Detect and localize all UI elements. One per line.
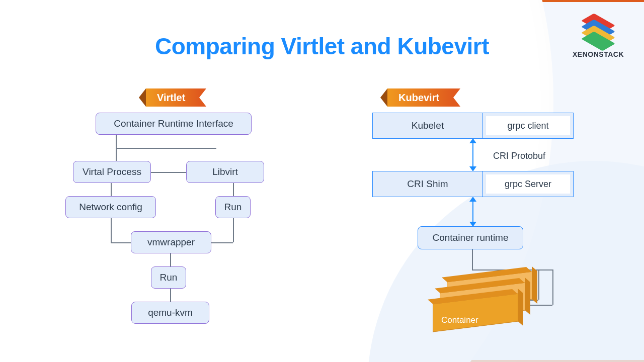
connector	[111, 242, 131, 243]
box-vmwrapper: vmwrapper	[131, 231, 211, 253]
brand-name: XENONSTACK	[573, 50, 624, 58]
connector	[233, 218, 234, 242]
connector	[116, 148, 216, 149]
cell-grpc-server-label: grpc Server	[505, 179, 551, 190]
cell-cri-shim-label: CRI Shim	[407, 178, 448, 190]
brand-stack-icon	[581, 17, 616, 47]
brand-logo: XENONSTACK	[573, 17, 624, 58]
cell-kubelet: Kubelet	[373, 113, 483, 138]
ribbon-kubevirt-label: Kubevirt	[398, 92, 439, 104]
ribbon-virtlet-label: Virtlet	[157, 92, 185, 104]
connector	[170, 253, 171, 266]
box-libvirt: Libvirt	[186, 161, 264, 183]
diagram-canvas: Virtlet Kubevirt Container Runtime Inter…	[0, 75, 644, 357]
connector	[211, 242, 233, 243]
box-network-config: Network config	[65, 196, 156, 218]
box-kubelet-row: Kubelet grpc client	[372, 113, 574, 139]
connector	[233, 183, 234, 196]
connector	[111, 218, 112, 242]
box-vmw-label: vmwrapper	[147, 237, 195, 248]
connector	[111, 183, 112, 196]
container-slab-1: Container	[433, 294, 518, 332]
box-run-1: Run	[215, 196, 251, 218]
double-arrow-1	[472, 143, 473, 167]
cell-kubelet-label: Kubelet	[412, 120, 444, 131]
ribbon-kubevirt: Kubevirt	[387, 88, 453, 107]
box-virtal-process: Virtal Process	[73, 161, 151, 183]
box-netc-label: Network config	[79, 202, 142, 213]
label-cri-protobuf: CRI Protobuf	[493, 151, 545, 161]
connector	[151, 172, 186, 173]
cell-grpc-client: grpc client	[483, 113, 573, 138]
container-stack: Container	[433, 277, 533, 332]
box-cri: Container Runtime Interface	[96, 113, 252, 135]
connector	[170, 289, 171, 302]
cell-cri-shim: CRI Shim	[373, 171, 483, 197]
box-libvirt-label: Libvirt	[212, 166, 238, 177]
box-container-runtime: Container runtime	[418, 226, 523, 249]
box-qemu-kvm: qemu-kvm	[131, 302, 209, 324]
box-crishim-row: CRI Shim grpc Server	[372, 171, 574, 197]
page-title: Comparing Virtlet and Kubevirt	[0, 33, 644, 60]
container-label: Container	[441, 315, 478, 325]
box-run-2: Run	[151, 266, 186, 289]
cell-grpc-server: grpc Server	[483, 171, 573, 197]
cell-grpc-client-label: grpc client	[507, 121, 548, 131]
box-run2-label: Run	[160, 272, 178, 283]
box-run1-label: Run	[224, 202, 242, 213]
ribbon-virtlet: Virtlet	[146, 88, 199, 107]
box-cri-label: Container Runtime Interface	[114, 118, 233, 129]
box-crt-label: Container runtime	[432, 232, 508, 243]
box-vp-label: Virtal Process	[83, 166, 141, 177]
double-arrow-2	[472, 201, 473, 222]
box-qemu-label: qemu-kvm	[148, 307, 193, 318]
